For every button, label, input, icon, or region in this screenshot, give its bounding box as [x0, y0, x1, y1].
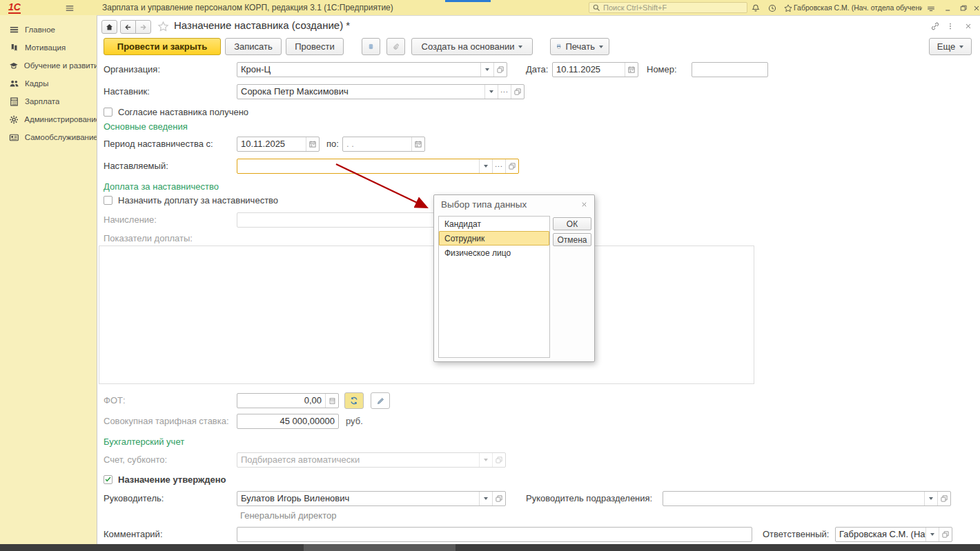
favorites-star-icon[interactable]: [782, 2, 794, 14]
period-to-field[interactable]: . .: [342, 137, 425, 152]
restore-window-icon[interactable]: [957, 2, 969, 14]
dropdown-arrow-icon[interactable]: [924, 492, 937, 505]
sidebar-item-glavnoe[interactable]: Главное: [0, 21, 97, 39]
attachments-button[interactable]: [386, 38, 405, 55]
history-icon[interactable]: [766, 2, 778, 14]
get-link-icon[interactable]: [929, 20, 941, 32]
back-button[interactable]: [120, 20, 136, 34]
calculator-button-icon[interactable]: [325, 394, 338, 408]
open-item-icon: [492, 453, 505, 467]
fot-field[interactable]: 0,00: [237, 393, 339, 408]
open-item-icon[interactable]: [505, 159, 518, 173]
dropdown-arrow-icon[interactable]: [480, 63, 493, 77]
consent-checkbox[interactable]: Согласие наставника получено: [104, 106, 248, 117]
assign-bonus-checkbox[interactable]: Назначить доплату за наставничество: [104, 194, 278, 206]
rate-field[interactable]: 45 000,00000: [237, 414, 339, 429]
1c-logo: 1С: [8, 1, 21, 14]
ok-button[interactable]: ОК: [553, 217, 591, 230]
date-value: 10.11.2025: [553, 63, 625, 77]
save-button[interactable]: Записать: [225, 38, 282, 55]
period-from-field[interactable]: 10.11.2025: [237, 137, 320, 152]
calendar-icon[interactable]: [411, 137, 424, 151]
consent-checkbox-label: Согласие наставника получено: [118, 107, 248, 117]
type-select-dialog: Выбор типа данных Кандидат Сотрудник Физ…: [433, 194, 595, 362]
open-item-icon[interactable]: [937, 492, 950, 505]
toolbar-config-icon[interactable]: [925, 2, 937, 14]
responsible-value: Габровская С.М. (Нач. от: [836, 528, 925, 541]
notifications-bell-icon[interactable]: [749, 2, 761, 14]
checkbox-box-checked[interactable]: [104, 475, 112, 484]
dropdown-arrow-icon[interactable]: [925, 528, 939, 541]
taskbar-artifact: [445, 0, 491, 2]
section-main-info: Основные сведения: [104, 121, 188, 132]
close-form-icon[interactable]: [962, 20, 974, 32]
page-title: Назначение наставника (создание) *: [174, 19, 350, 31]
open-item-icon[interactable]: [493, 63, 507, 77]
date-label: Дата:: [526, 62, 548, 77]
mentee-field[interactable]: [237, 159, 519, 174]
sidebar-item-motivaciya[interactable]: Мотивация: [0, 39, 97, 57]
fot-label: ФОТ:: [104, 393, 126, 408]
edit-button[interactable]: [371, 392, 390, 409]
comment-value: [237, 528, 752, 541]
calculator-icon: [9, 97, 19, 107]
type-item-sotrudnik[interactable]: Сотрудник: [439, 231, 549, 246]
check-icon: [104, 475, 112, 483]
cancel-button[interactable]: Отмена: [553, 233, 591, 246]
dept-manager-label: Руководитель подразделения:: [526, 491, 652, 506]
forward-button[interactable]: [135, 20, 151, 34]
checkbox-box[interactable]: [104, 108, 112, 117]
number-field[interactable]: [692, 62, 768, 77]
recalculate-button[interactable]: [344, 392, 364, 409]
open-item-icon[interactable]: [511, 85, 524, 99]
dropdown-arrow-icon[interactable]: [479, 159, 492, 173]
sidebar-item-administrirovanie[interactable]: Администрирование: [0, 110, 97, 128]
home-button[interactable]: [101, 20, 117, 34]
date-field[interactable]: 10.11.2025: [552, 62, 638, 77]
dept-manager-field[interactable]: [663, 491, 951, 506]
organization-field[interactable]: Крон-Ц: [237, 62, 507, 77]
favorite-star-icon[interactable]: [157, 21, 169, 32]
dropdown-arrow-icon[interactable]: [479, 492, 492, 505]
open-item-icon[interactable]: [492, 492, 505, 505]
type-item-fizlico[interactable]: Физическое лицо: [439, 246, 549, 260]
open-item-icon[interactable]: [939, 528, 952, 541]
minimize-icon[interactable]: [942, 2, 954, 14]
dialog-close-icon[interactable]: [579, 199, 589, 209]
taskbar-segment: [304, 544, 455, 551]
sidebar-item-obuchenie[interactable]: Обучение и развитие: [0, 57, 97, 74]
print-button[interactable]: Печать: [550, 38, 609, 55]
calendar-icon[interactable]: [306, 137, 319, 151]
comment-field[interactable]: [237, 527, 752, 542]
sidebar-item-samoobsluzhivanie[interactable]: Самообслуживание: [0, 128, 97, 146]
choose-ellipsis-icon[interactable]: [498, 85, 511, 99]
post-button[interactable]: Провести: [286, 38, 344, 55]
manager-field[interactable]: Булатов Игорь Виленович: [237, 491, 506, 506]
post-and-close-button[interactable]: Провести и закрыть: [104, 38, 221, 55]
create-based-on-button[interactable]: Создать на основании: [411, 38, 533, 55]
sidebar-item-zarplata[interactable]: Зарплата: [0, 92, 97, 110]
mentor-label: Наставник:: [104, 84, 150, 99]
more-button[interactable]: Еще: [929, 38, 972, 55]
accrual-label: Начисление:: [104, 212, 157, 228]
choose-ellipsis-icon[interactable]: [492, 159, 505, 173]
mentor-field[interactable]: Сорока Петр Максимович: [237, 84, 525, 99]
people-icon: [9, 79, 19, 89]
global-search-input[interactable]: Поиск Ctrl+Shift+F: [589, 2, 747, 13]
app-window: 1С Зарплата и управление персоналом КОРП…: [0, 0, 980, 551]
document-movements-button[interactable]: [362, 38, 380, 55]
mentee-value: [237, 159, 479, 173]
bottom-taskbar-strip: [0, 544, 980, 551]
sidebar-item-kadry[interactable]: Кадры: [0, 74, 97, 92]
type-item-kandidat[interactable]: Кандидат: [439, 217, 549, 231]
current-user[interactable]: Габровская С.М. (Нач. отдела обучения): [794, 3, 922, 12]
checkbox-box[interactable]: [104, 196, 112, 205]
close-window-icon[interactable]: [970, 2, 980, 14]
responsible-field[interactable]: Габровская С.М. (Нач. от: [835, 527, 952, 542]
approved-checkbox[interactable]: Назначение утверждено: [104, 474, 226, 485]
dropdown-arrow-icon[interactable]: [484, 85, 498, 99]
calendar-icon[interactable]: [625, 63, 638, 77]
more-menu-dots-icon[interactable]: [944, 20, 956, 32]
main-menu-icon[interactable]: [63, 2, 75, 14]
organization-label: Организация:: [104, 62, 160, 77]
